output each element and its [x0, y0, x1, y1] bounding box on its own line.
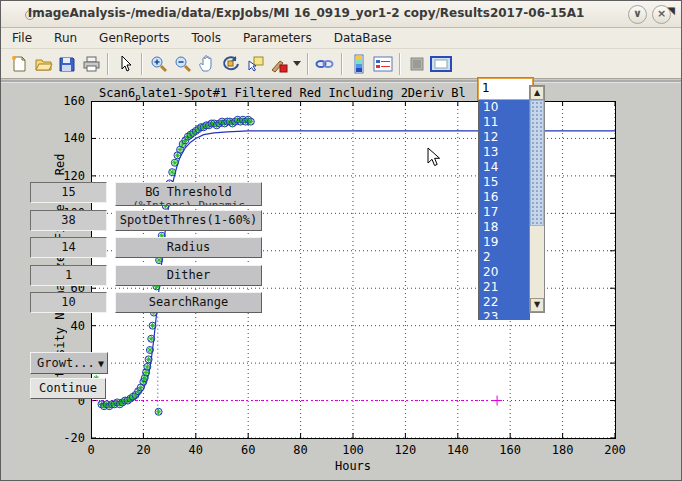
y-tick-label-40: 40	[55, 319, 85, 333]
x-tick-label-80: 80	[284, 443, 318, 457]
title-bar[interactable]: ImageAnalysis-/media/data/ExpJobs/MI 16_…	[1, 1, 681, 28]
plot-title: Scan6plate1-Spot#1 Filtered Red Includin…	[99, 86, 466, 102]
save-icon[interactable]	[55, 53, 79, 75]
dropdown-selected-value[interactable]: 1	[478, 78, 533, 100]
dropdown-item-11[interactable]: 11	[479, 115, 530, 130]
zoom-out-icon[interactable]	[171, 53, 195, 75]
dropdown-item-14[interactable]: 14	[479, 160, 530, 175]
searchrange-field[interactable]: 10	[30, 292, 107, 313]
x-tick-label-0: 0	[74, 443, 108, 457]
x-tick-label-20: 20	[126, 443, 160, 457]
menu-item-file[interactable]: File	[1, 29, 43, 47]
dropdown-item-23[interactable]: 23	[479, 310, 530, 320]
new-file-icon[interactable]	[7, 53, 31, 75]
growth-mode-popup[interactable]: Growt...▼	[30, 352, 108, 374]
dropdown-item-12[interactable]: 12	[479, 130, 530, 145]
spotdetthres-field[interactable]: 38	[30, 210, 107, 231]
menu-item-run[interactable]: Run	[43, 29, 88, 47]
x-tick-label-120: 120	[388, 443, 422, 457]
menu-item-parameters[interactable]: Parameters	[232, 29, 323, 47]
toolbar-separator	[107, 53, 109, 75]
radius-field[interactable]: 14	[30, 237, 107, 258]
dropdown-scrollbar[interactable]: ▲ ▼	[529, 85, 545, 313]
dropdown-item-17[interactable]: 17	[479, 205, 530, 220]
colorbar-icon[interactable]	[347, 53, 371, 75]
figure-area: Scan6plate1-Spot#1 Filtered Red Includin…	[1, 83, 681, 480]
scroll-up-icon[interactable]: ▲	[530, 86, 544, 100]
toolbar-separator	[141, 53, 143, 75]
dither-button[interactable]: Dither	[115, 265, 262, 286]
x-tick-label-60: 60	[231, 443, 265, 457]
dropdown-item-18[interactable]: 18	[479, 220, 530, 235]
x-tick-label-100: 100	[336, 443, 370, 457]
open-file-icon[interactable]	[31, 53, 55, 75]
scrollbar-trough[interactable]	[530, 226, 544, 298]
x-tick-label-160: 160	[493, 443, 527, 457]
rotate-3d-icon[interactable]	[219, 53, 243, 75]
dropdown-item-21[interactable]: 21	[479, 280, 530, 295]
menu-item-tools[interactable]: Tools	[180, 29, 232, 47]
brush-icon[interactable]	[267, 53, 291, 75]
print-icon[interactable]	[79, 53, 103, 75]
bg-threshold-button[interactable]: BG Threshold(%Intens) Dynamic	[115, 182, 262, 206]
scroll-down-icon[interactable]: ▼	[530, 298, 544, 312]
radius-button[interactable]: Radius	[115, 237, 262, 258]
disabled-tool-icon	[405, 53, 429, 75]
dropdown-item-15[interactable]: 15	[479, 175, 530, 190]
dropdown-item-19[interactable]: 19	[479, 235, 530, 250]
y-tick-label-160: 160	[55, 94, 85, 108]
toolbar-separator	[341, 53, 343, 75]
toolbar	[1, 49, 681, 79]
searchrange-button[interactable]: SearchRange	[115, 292, 262, 313]
y-tick-label--20: -20	[55, 431, 85, 445]
x-tick-label-140: 140	[441, 443, 475, 457]
menu-bar: FileRunGenReportsToolsParametersDataBase	[1, 28, 681, 49]
dropdown-item-10[interactable]: 10	[479, 100, 530, 115]
continue-button[interactable]: Continue	[30, 378, 106, 399]
scrollbar-thumb[interactable]	[530, 100, 544, 226]
zoom-in-icon[interactable]	[147, 53, 171, 75]
mouse-cursor	[427, 147, 441, 168]
show-plot-tools-icon[interactable]	[429, 53, 453, 75]
y-tick-label-120: 120	[55, 169, 85, 183]
dropdown-item-13[interactable]: 13	[479, 145, 530, 160]
x-axis-label: Hours	[323, 459, 383, 473]
window-title: ImageAnalysis-/media/data/ExpJobs/MI 16_…	[1, 6, 611, 20]
legend-icon[interactable]	[371, 53, 395, 75]
dropdown-item-22[interactable]: 22	[479, 295, 530, 310]
bg-threshold-sublabel: (%Intens) Dynamic	[116, 199, 261, 206]
shade-window-button[interactable]: ∨	[628, 5, 647, 24]
x-tick-label-180: 180	[546, 443, 580, 457]
brush-dropdown-icon[interactable]	[291, 53, 303, 75]
dropdown-item-16[interactable]: 16	[479, 190, 530, 205]
pointer-icon[interactable]	[113, 53, 137, 75]
menu-item-database[interactable]: DataBase	[323, 29, 403, 47]
dropdown-item-2[interactable]: 2	[479, 250, 530, 265]
dropdown-list: 10111213141516171819220212223	[478, 100, 530, 320]
dropdown-item-20[interactable]: 20	[479, 265, 530, 280]
popup-caret-icon: ▼	[98, 354, 104, 374]
link-plot-icon[interactable]	[313, 53, 337, 75]
menu-item-genreports[interactable]: GenReports	[88, 29, 180, 47]
spotdetthres-button[interactable]: SpotDetThres(1-60%)	[115, 210, 262, 231]
toolbar-separator	[307, 53, 309, 75]
app-window: ImageAnalysis-/media/data/ExpJobs/MI 16_…	[0, 0, 682, 481]
x-tick-label-40: 40	[179, 443, 213, 457]
y-tick-label-140: 140	[55, 131, 85, 145]
menubar-overflow-icon[interactable]: ◥	[667, 5, 675, 16]
data-cursor-icon[interactable]	[243, 53, 267, 75]
toolbar-separator	[399, 53, 401, 75]
x-tick-label-200: 200	[598, 443, 632, 457]
dither-field[interactable]: 1	[30, 265, 107, 286]
bg-threshold-field[interactable]: 15	[30, 182, 107, 203]
pan-icon[interactable]	[195, 53, 219, 75]
